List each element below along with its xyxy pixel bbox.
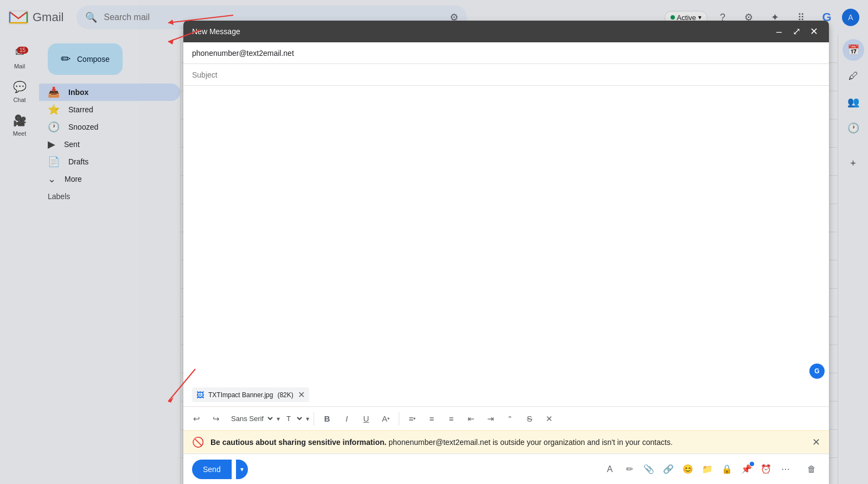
send-button[interactable]: Send xyxy=(192,460,232,479)
toolbar-separator-2 xyxy=(399,412,399,425)
redo-button[interactable]: ↪ xyxy=(207,410,225,428)
attachment-remove-button[interactable]: ✕ xyxy=(298,390,305,400)
unordered-list-button[interactable]: ≡ xyxy=(443,410,460,428)
indent-more-button[interactable]: ⇥ xyxy=(482,410,499,428)
attachment-area: 🖼 TXTImpact Banner.jpg (82K) ✕ xyxy=(183,383,829,406)
font-size-selector[interactable]: T xyxy=(282,413,304,424)
bold-button[interactable]: B xyxy=(318,410,336,428)
drive-tool-button[interactable]: 📁 xyxy=(699,461,716,478)
remove-format-button[interactable]: ✕ xyxy=(540,410,558,428)
schedule-tool-button[interactable]: ⏰ xyxy=(757,461,775,478)
grammarly-icon: G xyxy=(809,364,825,379)
compose-to-value: phonenumber@text2email.net xyxy=(192,49,820,58)
send-options-button[interactable]: ▾ xyxy=(236,460,248,479)
more-tool-button[interactable]: ⋯ xyxy=(777,461,794,478)
toolbar-separator-1 xyxy=(314,412,314,425)
compose-window: New Message – ⤢ ✕ phonenumber@text2email… xyxy=(183,21,829,484)
undo-button[interactable]: ↩ xyxy=(188,410,205,428)
close-compose-button[interactable]: ✕ xyxy=(807,25,820,38)
lock-tool-button[interactable]: 🔒 xyxy=(718,461,736,478)
expand-button[interactable]: ⤢ xyxy=(790,25,803,38)
blockquote-button[interactable]: " xyxy=(501,410,519,428)
send-row-tools: A ✏ 📎 🔗 😊 📁 🔒 📌 ⏰ ⋯ xyxy=(601,461,794,478)
compose-title: New Message xyxy=(192,27,240,36)
warning-close-button[interactable]: ✕ xyxy=(812,436,820,448)
compose-send-row: Send ▾ A ✏ 📎 🔗 😊 📁 🔒 📌 ⏰ ⋯ 🗑 xyxy=(183,454,829,484)
format-tool-button[interactable]: A xyxy=(601,461,618,478)
font-family-selector[interactable]: Sans Serif xyxy=(227,413,275,424)
file-icon: 🖼 xyxy=(196,391,204,399)
minimize-button[interactable]: – xyxy=(773,25,786,38)
compose-header-actions: – ⤢ ✕ xyxy=(773,25,820,38)
attachment-chip: 🖼 TXTImpact Banner.jpg (82K) ✕ xyxy=(192,387,309,402)
emoji-tool-button[interactable]: 😊 xyxy=(679,461,697,478)
text-color-button[interactable]: A▾ xyxy=(377,410,394,428)
compose-body[interactable]: G xyxy=(183,86,829,383)
compose-subject-row xyxy=(183,64,829,86)
align-button[interactable]: ≡▾ xyxy=(404,410,421,428)
indent-less-button[interactable]: ⇤ xyxy=(462,410,480,428)
compose-subject-input[interactable] xyxy=(192,71,820,79)
attachment-filename: TXTImpact Banner.jpg xyxy=(208,391,273,399)
signature-tool-button-2[interactable]: 📌 xyxy=(738,461,755,478)
italic-button[interactable]: I xyxy=(338,410,355,428)
font-chevron: ▾ xyxy=(277,415,280,423)
warning-icon: 🚫 xyxy=(192,436,204,448)
delete-button[interactable]: 🗑 xyxy=(803,461,820,478)
attachment-size: (82K) xyxy=(277,391,293,399)
warning-rest-text: phonenumber@text2email.net is outside yo… xyxy=(388,438,673,447)
compose-to-row: phonenumber@text2email.net xyxy=(183,42,829,64)
compose-toolbar: ↩ ↪ Sans Serif ▾ T ▾ B I U A▾ ≡▾ ≡ ≡ ⇤ ⇥… xyxy=(183,406,829,430)
ordered-list-button[interactable]: ≡ xyxy=(423,410,441,428)
signature-tool-button[interactable]: ✏ xyxy=(621,461,638,478)
link-tool-button[interactable]: 🔗 xyxy=(660,461,677,478)
fontsize-chevron: ▾ xyxy=(306,415,309,423)
warning-banner: 🚫 Be cautious about sharing sensitive in… xyxy=(183,430,829,454)
underline-button[interactable]: U xyxy=(358,410,375,428)
warning-bold-text: Be cautious about sharing sensitive info… xyxy=(210,438,386,447)
compose-header: New Message – ⤢ ✕ xyxy=(183,21,829,42)
strikethrough-button[interactable]: S xyxy=(521,410,538,428)
warning-text: Be cautious about sharing sensitive info… xyxy=(210,438,806,447)
attach-tool-button[interactable]: 📎 xyxy=(640,461,658,478)
